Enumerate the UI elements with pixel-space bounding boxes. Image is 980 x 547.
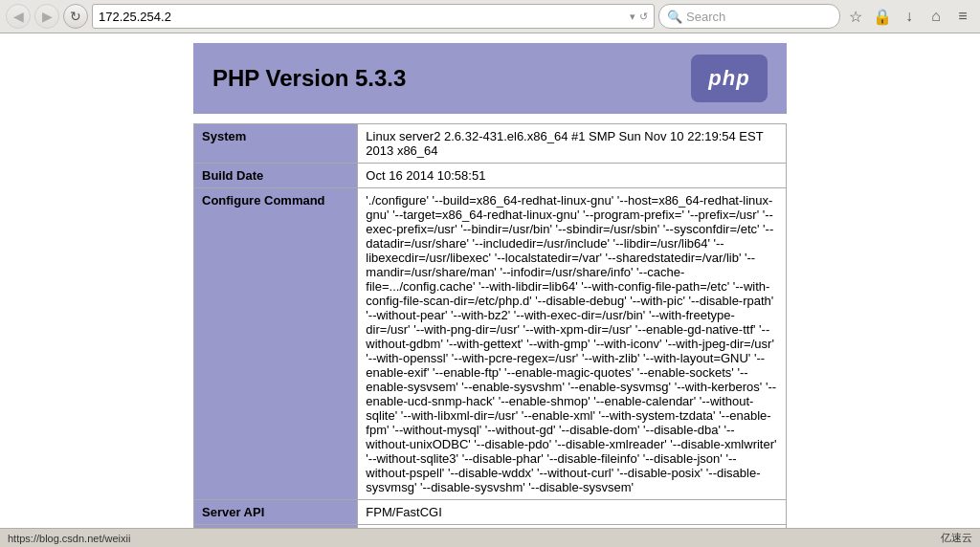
menu-button[interactable]: ≡	[951, 5, 974, 28]
search-bar[interactable]: 🔍 Search	[658, 4, 840, 29]
label-cell: System	[194, 124, 358, 164]
table-row: SystemLinux server2 2.6.32-431.el6.x86_6…	[194, 124, 787, 164]
table-row: Server APIFPM/FastCGI	[194, 500, 787, 525]
info-table: SystemLinux server2 2.6.32-431.el6.x86_6…	[193, 123, 787, 542]
reload-icon: ↻	[70, 9, 81, 24]
value-cell: Oct 16 2014 10:58:51	[358, 164, 787, 188]
back-icon: ◀	[13, 9, 24, 24]
lock-icon: 🔒	[873, 8, 892, 26]
dropdown-icon: ▾	[630, 11, 635, 23]
page-content: PHP Version 5.3.3 php SystemLinux server…	[0, 33, 980, 542]
reload-button[interactable]: ↻	[63, 4, 88, 29]
php-logo: php	[691, 55, 768, 102]
value-cell: FPM/FastCGI	[358, 500, 787, 525]
home-button[interactable]: ⌂	[924, 5, 947, 28]
php-logo-text: php	[708, 66, 749, 91]
address-text: 172.25.254.2	[99, 10, 630, 24]
label-cell: Configure Command	[194, 188, 358, 500]
lock-button[interactable]: 🔒	[871, 5, 894, 28]
table-row: Build DateOct 16 2014 10:58:51	[194, 164, 787, 188]
browser-chrome: ◀ ▶ ↻ 172.25.254.2 ▾ ↺ 🔍 Search ☆ 🔒	[0, 0, 980, 33]
status-bar: https://blog.csdn.net/weixii 亿速云	[0, 528, 980, 542]
download-icon: ↓	[905, 8, 913, 25]
download-button[interactable]: ↓	[898, 5, 921, 28]
status-url: https://blog.csdn.net/weixii	[8, 533, 130, 543]
table-row: Configure Command'./configure' '--build=…	[194, 188, 787, 500]
php-header: PHP Version 5.3.3 php	[193, 43, 787, 114]
status-right-text: 亿速云	[941, 531, 972, 542]
phpinfo-container: PHP Version 5.3.3 php SystemLinux server…	[193, 43, 787, 542]
forward-button[interactable]: ▶	[34, 4, 59, 29]
bookmark-star-button[interactable]: ☆	[844, 5, 867, 28]
search-placeholder: Search	[686, 10, 725, 24]
menu-icon: ≡	[958, 8, 967, 25]
php-version-title: PHP Version 5.3.3	[212, 65, 406, 92]
search-icon: 🔍	[667, 10, 682, 24]
label-cell: Server API	[194, 500, 358, 525]
back-button[interactable]: ◀	[6, 4, 31, 29]
home-icon: ⌂	[931, 8, 941, 25]
bookmark-star-icon: ☆	[849, 8, 862, 26]
address-bar[interactable]: 172.25.254.2 ▾ ↺	[92, 4, 655, 29]
label-cell: Build Date	[194, 164, 358, 188]
forward-icon: ▶	[42, 9, 53, 24]
toolbar: ◀ ▶ ↻ 172.25.254.2 ▾ ↺ 🔍 Search ☆ 🔒	[0, 0, 980, 33]
refresh-icon: ↺	[639, 11, 648, 23]
value-cell: './configure' '--build=x86_64-redhat-lin…	[358, 188, 787, 500]
value-cell: Linux server2 2.6.32-431.el6.x86_64 #1 S…	[358, 124, 787, 164]
